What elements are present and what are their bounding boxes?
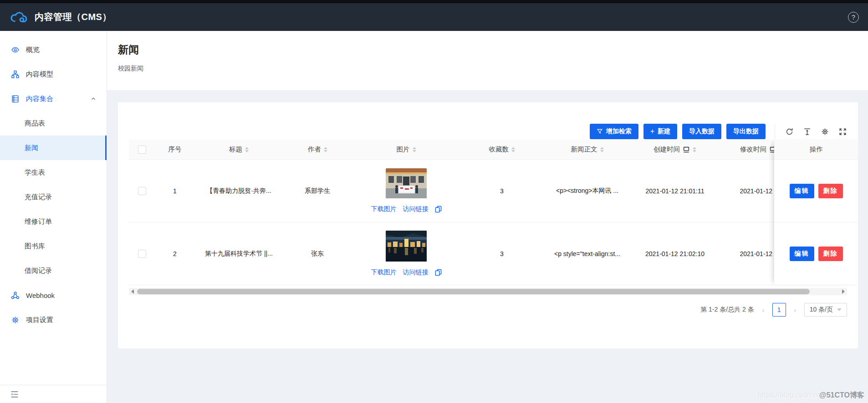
sidebar-item-webhook[interactable]: Webhook	[0, 283, 107, 307]
scrollbar-track[interactable]	[136, 288, 840, 295]
webhook-icon	[11, 291, 20, 300]
edit-button[interactable]: 编辑	[790, 247, 814, 261]
monitor-icon	[683, 146, 690, 153]
sidebar-item-overview[interactable]: 概览	[0, 37, 107, 62]
create-label: 新建	[658, 127, 670, 136]
column-header: 操作	[810, 145, 823, 154]
sidebar-subitem-library[interactable]: 图书库	[0, 234, 107, 258]
sort-icon[interactable]	[600, 147, 604, 152]
column-header: 图片	[397, 145, 410, 154]
cloud-logo-icon	[9, 10, 28, 24]
export-data-button[interactable]: 导出数据	[726, 124, 766, 139]
row-checkbox[interactable]	[138, 250, 146, 258]
menu-fold-icon[interactable]	[10, 390, 19, 398]
created-time: 2021-01-12 21:02:10	[645, 250, 705, 257]
column-header: 新闻正文	[571, 145, 597, 154]
fullscreen-icon[interactable]	[838, 127, 847, 136]
sidebar-subitem-label: 学生表	[25, 168, 45, 177]
collection-icon	[11, 95, 20, 103]
data-table: 序号 标题 作者 图片	[129, 140, 847, 285]
cms-app: 内容管理（CMS） ? 概览 内容模型 内容集合	[0, 0, 868, 403]
horizontal-scrollbar	[129, 288, 847, 295]
import-data-button[interactable]: 导入数据	[682, 124, 721, 139]
news-image-thumbnail[interactable]	[386, 231, 427, 263]
download-image-link[interactable]: 下载图片	[371, 268, 397, 277]
sidebar-subitem-recharge[interactable]: 充值记录	[0, 185, 107, 209]
prev-page-icon[interactable]: ‹	[759, 306, 768, 314]
page-subtitle: 校园新闻	[118, 65, 868, 73]
column-header: 作者	[308, 145, 321, 154]
sidebar-subitem-news[interactable]: 新闻	[0, 136, 107, 160]
sidebar-subitem-label: 维修订单	[25, 217, 52, 226]
select-all-checkbox[interactable]	[138, 146, 146, 154]
sidebar-item-project-settings[interactable]: 项目设置	[0, 307, 107, 332]
row-height-icon[interactable]	[802, 127, 812, 136]
eye-icon	[11, 45, 20, 54]
sidebar-subitem-borrow-records[interactable]: 借阅记录	[0, 258, 107, 283]
news-author: 系部学生	[305, 187, 330, 195]
created-time: 2021-01-12 21:01:11	[646, 187, 705, 195]
sidebar-item-label: 概览	[26, 45, 40, 54]
add-search-label: 增加检索	[606, 127, 632, 136]
model-icon	[11, 70, 20, 79]
collection-card: 增加检索 + 新建 导入数据 导出数据	[118, 102, 858, 348]
refresh-icon[interactable]	[785, 127, 794, 136]
row-checkbox[interactable]	[138, 187, 146, 195]
operations-fixed-column: 操作 编辑 删除 编辑 删除	[774, 140, 858, 285]
create-button[interactable]: + 新建	[643, 124, 677, 139]
delete-button[interactable]: 删除	[818, 184, 843, 198]
add-search-button[interactable]: 增加检索	[590, 124, 638, 139]
sort-icon[interactable]	[511, 147, 515, 152]
download-image-link[interactable]: 下载图片	[371, 205, 397, 213]
table-row: 1 【青春助力脱贫·共奔... 系部学生	[129, 160, 847, 222]
help-icon[interactable]: ?	[848, 12, 859, 23]
news-title: 【青春助力脱贫·共奔...	[206, 187, 271, 195]
column-header: 创建时间	[654, 145, 680, 154]
sidebar-subitem-students[interactable]: 学生表	[0, 160, 107, 185]
gear-icon	[11, 316, 20, 324]
page-number-button[interactable]: 1	[772, 303, 786, 317]
page-size-select[interactable]: 10 条/页	[804, 303, 847, 317]
news-content-preview: <p><strong>本网讯 ...	[556, 187, 618, 195]
visit-link[interactable]: 访问链接	[403, 268, 429, 277]
column-header: 标题	[229, 145, 242, 154]
visit-link[interactable]: 访问链接	[403, 205, 429, 213]
row-actions: 编辑 删除	[774, 160, 858, 222]
settings-icon[interactable]	[820, 127, 829, 136]
scroll-left-arrow-icon[interactable]	[129, 288, 136, 295]
sidebar-subitem-goods[interactable]: 商品表	[0, 111, 107, 136]
sidebar-footer	[0, 385, 107, 403]
table-header-row: 序号 标题 作者 图片	[129, 140, 847, 160]
sidebar-subitem-label: 图书库	[25, 242, 45, 251]
plus-icon: +	[650, 128, 654, 135]
news-author: 张东	[311, 250, 324, 258]
sidebar-item-content-collection[interactable]: 内容集合	[0, 86, 107, 111]
chevron-up-icon[interactable]	[90, 96, 97, 102]
news-image-thumbnail[interactable]	[386, 168, 427, 200]
column-header: 修改时间	[740, 145, 766, 154]
sidebar-subitem-repair-orders[interactable]: 维修订单	[0, 209, 107, 234]
column-header: 收藏数	[489, 145, 509, 154]
delete-button[interactable]: 删除	[818, 247, 843, 261]
import-label: 导入数据	[689, 127, 715, 136]
sort-icon[interactable]	[245, 147, 249, 152]
row-index: 2	[173, 250, 177, 257]
sort-icon[interactable]	[413, 147, 416, 152]
sidebar-item-label: 内容集合	[26, 95, 53, 103]
next-page-icon[interactable]: ›	[791, 306, 800, 314]
sidebar-item-label: Webhook	[26, 292, 55, 299]
page-size-value: 10 条/页	[810, 306, 833, 314]
copy-icon[interactable]	[435, 269, 442, 276]
copy-icon[interactable]	[435, 206, 442, 213]
sort-icon[interactable]	[324, 147, 327, 152]
row-actions: 编辑 删除	[774, 222, 858, 285]
main-area: 新闻 校园新闻 增加检索 + 新建	[107, 31, 868, 403]
scroll-right-arrow-icon[interactable]	[840, 288, 847, 295]
sort-icon[interactable]	[693, 147, 696, 152]
news-content-preview: <p style="text-align:st...	[554, 250, 620, 257]
edit-button[interactable]: 编辑	[790, 184, 814, 198]
sidebar-item-content-model[interactable]: 内容模型	[0, 62, 107, 86]
sidebar: 概览 内容模型 内容集合 商品表 新闻 学生表 充值记录	[0, 31, 107, 403]
scrollbar-thumb[interactable]	[137, 289, 810, 294]
page-header: 新闻 校园新闻	[107, 31, 868, 90]
